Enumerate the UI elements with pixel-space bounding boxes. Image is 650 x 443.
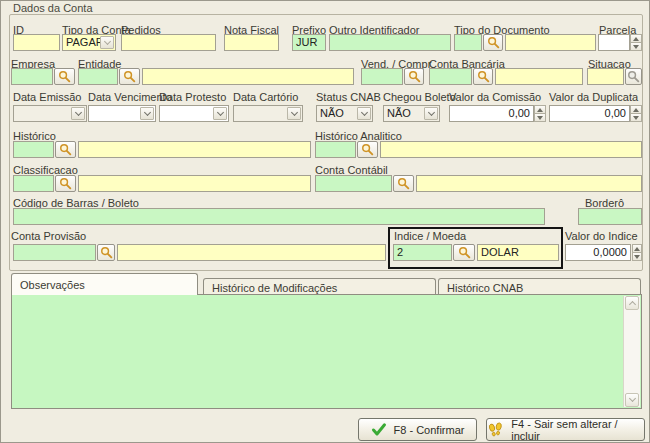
magnifier-icon [477, 70, 490, 83]
indice-moeda-code-input[interactable]: 2 [393, 244, 452, 261]
group-title: Dados da Conta [13, 2, 93, 14]
confirm-button[interactable]: F8 - Confirmar [358, 418, 477, 441]
scroll-down-button[interactable] [625, 393, 639, 407]
magnifier-icon [487, 36, 500, 49]
conta-contabil-lookup-button[interactable] [393, 175, 414, 192]
valor-comissao-stepper[interactable] [534, 105, 546, 122]
id-input[interactable] [13, 34, 60, 51]
valor-comissao-input[interactable]: 0,00 [449, 105, 534, 122]
conta-contabil-code-input[interactable] [315, 175, 392, 192]
nota-fiscal-input[interactable] [224, 34, 279, 51]
valor-comissao-label: Valor da Comissão [449, 91, 541, 103]
chevron-down-icon[interactable] [71, 107, 85, 120]
exit-button[interactable]: F4 - Sair sem alterar / incluir [486, 418, 645, 441]
historico-code-input[interactable] [13, 141, 54, 158]
confirm-button-label: F8 - Confirmar [394, 424, 465, 436]
codigo-barras-input[interactable] [13, 208, 545, 225]
entidade-input[interactable] [142, 68, 354, 85]
magnifier-icon [397, 177, 410, 190]
chevron-up-icon [628, 300, 635, 307]
chevron-down-icon[interactable] [213, 107, 227, 120]
chevron-down-icon[interactable] [534, 114, 546, 122]
valor-indice-stepper[interactable] [632, 244, 642, 261]
magnifier-disabled-icon [627, 70, 640, 83]
pedidos-input[interactable] [121, 34, 216, 51]
conta-provisao-lookup-button[interactable] [97, 244, 115, 261]
chevron-down-icon[interactable] [357, 107, 371, 120]
situacao-lookup-button[interactable] [625, 68, 642, 85]
check-icon [371, 422, 387, 437]
chevron-up-icon[interactable] [630, 105, 642, 114]
valor-indice-label: Valor do Indice [565, 230, 638, 242]
status-cnab-select[interactable]: NÃO [316, 105, 373, 122]
chevron-down-icon[interactable] [630, 43, 642, 51]
historico-analitico-input[interactable] [380, 141, 642, 158]
parcela-input[interactable] [598, 34, 630, 51]
data-vencimento-select[interactable] [88, 105, 156, 122]
magnifier-icon [458, 246, 471, 259]
indice-moeda-label: Indice / Moeda [394, 230, 466, 242]
situacao-input[interactable] [587, 68, 624, 85]
observacoes-scrollbar[interactable] [623, 296, 640, 407]
indice-moeda-lookup-button[interactable] [453, 244, 475, 261]
chevron-down-icon[interactable] [630, 114, 642, 122]
exit-button-label: F4 - Sair sem alterar / incluir [511, 418, 644, 442]
empresa-code-input[interactable] [11, 68, 53, 85]
chevron-up-icon[interactable] [630, 34, 642, 43]
indice-moeda-input[interactable]: DOLAR [477, 244, 559, 261]
valor-duplicata-input[interactable]: 0,00 [549, 105, 630, 122]
chevron-down-icon[interactable] [100, 36, 114, 49]
historico-analitico-code-input[interactable] [315, 141, 356, 158]
chegou-boleto-label: Chegou Boleto [383, 91, 456, 103]
prefixo-input[interactable]: JUR [292, 34, 326, 51]
classificacao-lookup-button[interactable] [55, 175, 76, 192]
empresa-lookup-button[interactable] [54, 68, 75, 85]
tipo-do-documento-lookup-button[interactable] [483, 34, 503, 51]
classificacao-code-input[interactable] [13, 175, 54, 192]
vend-compr-lookup-button[interactable] [404, 68, 424, 85]
historico-lookup-button[interactable] [55, 141, 76, 158]
observacoes-panel [11, 294, 642, 409]
data-cartorio-select[interactable] [233, 105, 303, 122]
entidade-lookup-button[interactable] [119, 68, 140, 85]
valor-duplicata-stepper[interactable] [630, 105, 642, 122]
tipo-da-conta-select[interactable]: PAGAR [62, 34, 116, 51]
conta-bancaria-lookup-button[interactable] [473, 68, 493, 85]
chevron-down-icon[interactable] [632, 253, 642, 261]
footprints-icon [487, 422, 504, 438]
data-emissao-select[interactable] [13, 105, 87, 122]
classificacao-input[interactable] [78, 175, 311, 192]
conta-bancaria-code-input[interactable] [429, 68, 472, 85]
tab-observacoes[interactable]: Observações [11, 273, 198, 295]
conta-contabil-input[interactable] [416, 175, 642, 192]
observacoes-textarea[interactable] [12, 295, 623, 408]
magnifier-icon [100, 246, 113, 259]
vend-compr-code-input[interactable] [361, 68, 403, 85]
conta-provisao-input[interactable] [117, 244, 386, 261]
magnifier-icon [59, 143, 72, 156]
chegou-boleto-select[interactable]: NÃO [383, 105, 440, 122]
chevron-up-icon[interactable] [632, 244, 642, 253]
valor-indice-input[interactable]: 0,0000 [565, 244, 631, 261]
tab-historico-cnab[interactable]: Histórico CNAB [438, 278, 641, 294]
chevron-down-icon[interactable] [287, 107, 301, 120]
chevron-up-icon[interactable] [534, 105, 546, 114]
tab-historico-de-modificacoes[interactable]: Histórico de Modificações [203, 278, 436, 294]
entidade-code-input[interactable] [78, 68, 118, 85]
historico-input[interactable] [78, 141, 311, 158]
data-protesto-select[interactable] [159, 105, 229, 122]
historico-analitico-lookup-button[interactable] [357, 141, 378, 158]
outro-identificador-input[interactable] [329, 34, 451, 51]
conta-provisao-code-input[interactable] [13, 244, 96, 261]
chevron-down-icon[interactable] [424, 107, 438, 120]
magnifier-icon [123, 70, 136, 83]
magnifier-icon [361, 143, 374, 156]
tipo-do-documento-code-input[interactable] [454, 34, 482, 51]
tipo-do-documento-input[interactable] [505, 34, 596, 51]
scroll-up-button[interactable] [625, 296, 639, 310]
chevron-down-icon[interactable] [140, 107, 154, 120]
bordero-input[interactable] [578, 208, 642, 225]
parcela-stepper[interactable] [630, 34, 642, 51]
conta-bancaria-input[interactable] [495, 68, 583, 85]
magnifier-icon [58, 70, 71, 83]
